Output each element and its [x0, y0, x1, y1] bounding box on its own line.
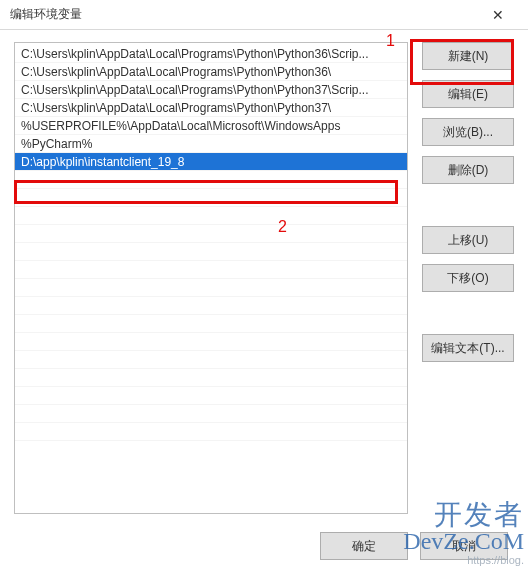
delete-button[interactable]: 删除(D)	[422, 156, 514, 184]
list-item[interactable]	[15, 423, 407, 441]
list-item[interactable]	[15, 351, 407, 369]
bottom-bar: 确定 取消	[0, 524, 528, 568]
side-button-column: 新建(N) 编辑(E) 浏览(B)... 删除(D) 上移(U) 下移(O) 编…	[422, 42, 514, 514]
cancel-button[interactable]: 取消	[420, 532, 508, 560]
list-item[interactable]	[15, 333, 407, 351]
path-listbox[interactable]: C:\Users\kplin\AppData\Local\Programs\Py…	[14, 42, 408, 514]
list-item[interactable]: C:\Users\kplin\AppData\Local\Programs\Py…	[15, 99, 407, 117]
list-item[interactable]	[15, 387, 407, 405]
edittext-button[interactable]: 编辑文本(T)...	[422, 334, 514, 362]
titlebar: 编辑环境变量 ✕	[0, 0, 528, 30]
list-item[interactable]: %USERPROFILE%\AppData\Local\Microsoft\Wi…	[15, 117, 407, 135]
list-item[interactable]	[15, 315, 407, 333]
list-item[interactable]	[15, 405, 407, 423]
list-item[interactable]	[15, 279, 407, 297]
client-area: C:\Users\kplin\AppData\Local\Programs\Py…	[0, 30, 528, 524]
list-item[interactable]	[15, 369, 407, 387]
list-item[interactable]: C:\Users\kplin\AppData\Local\Programs\Py…	[15, 45, 407, 63]
list-item[interactable]	[15, 297, 407, 315]
list-item[interactable]	[15, 225, 407, 243]
ok-button[interactable]: 确定	[320, 532, 408, 560]
list-item[interactable]: %PyCharm%	[15, 135, 407, 153]
edit-button[interactable]: 编辑(E)	[422, 80, 514, 108]
list-item-selected[interactable]: D:\app\kplin\instantclient_19_8	[15, 153, 407, 171]
list-item[interactable]	[15, 261, 407, 279]
list-item[interactable]	[15, 243, 407, 261]
window-title: 编辑环境变量	[10, 6, 82, 23]
list-item[interactable]: C:\Users\kplin\AppData\Local\Programs\Py…	[15, 63, 407, 81]
close-icon[interactable]: ✕	[476, 1, 520, 29]
new-button[interactable]: 新建(N)	[422, 42, 514, 70]
list-item[interactable]	[15, 207, 407, 225]
list-item[interactable]	[15, 171, 407, 189]
spacer	[422, 372, 514, 514]
path-list-inner: C:\Users\kplin\AppData\Local\Programs\Py…	[15, 43, 407, 443]
moveup-button[interactable]: 上移(U)	[422, 226, 514, 254]
gap	[422, 194, 514, 216]
list-item[interactable]	[15, 189, 407, 207]
movedown-button[interactable]: 下移(O)	[422, 264, 514, 292]
gap	[422, 302, 514, 324]
browse-button[interactable]: 浏览(B)...	[422, 118, 514, 146]
list-item[interactable]: C:\Users\kplin\AppData\Local\Programs\Py…	[15, 81, 407, 99]
